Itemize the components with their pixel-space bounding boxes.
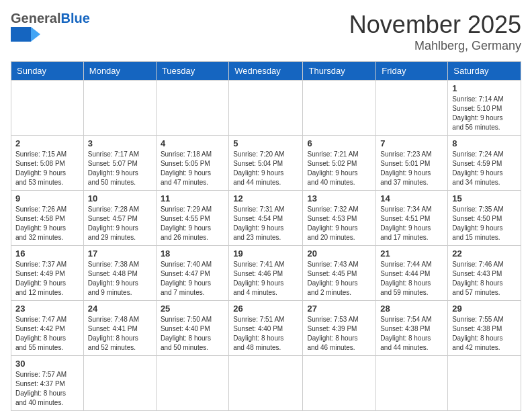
table-row: 6Sunrise: 7:21 AM Sunset: 5:02 PM Daylig… — [303, 136, 376, 191]
calendar-week-row: 9Sunrise: 7:26 AM Sunset: 4:58 PM Daylig… — [11, 191, 521, 246]
table-row: 17Sunrise: 7:38 AM Sunset: 4:48 PM Dayli… — [83, 246, 156, 301]
table-row: 2Sunrise: 7:15 AM Sunset: 5:08 PM Daylig… — [11, 136, 84, 191]
day-number: 3 — [88, 138, 152, 148]
table-row: 27Sunrise: 7:53 AM Sunset: 4:39 PM Dayli… — [303, 301, 376, 356]
day-number: 11 — [161, 193, 224, 203]
page-header: GeneralBlue November 2025 Mahlberg, Germ… — [11, 11, 521, 53]
calendar-week-row: 23Sunrise: 7:47 AM Sunset: 4:42 PM Dayli… — [11, 301, 521, 356]
day-number: 25 — [161, 304, 224, 314]
table-row — [376, 356, 448, 411]
table-row: 30Sunrise: 7:57 AM Sunset: 4:37 PM Dayli… — [11, 356, 84, 411]
table-row: 19Sunrise: 7:41 AM Sunset: 4:46 PM Dayli… — [229, 246, 303, 301]
day-info: Sunrise: 7:23 AM Sunset: 5:01 PM Dayligh… — [380, 150, 443, 187]
table-row: 29Sunrise: 7:55 AM Sunset: 4:38 PM Dayli… — [448, 301, 521, 356]
calendar-week-row: 30Sunrise: 7:57 AM Sunset: 4:37 PM Dayli… — [11, 356, 521, 411]
day-number: 6 — [307, 138, 371, 148]
table-row: 12Sunrise: 7:31 AM Sunset: 4:54 PM Dayli… — [229, 191, 303, 246]
table-row — [156, 81, 228, 136]
calendar-header-row: Sunday Monday Tuesday Wednesday Thursday… — [11, 62, 521, 81]
day-number: 19 — [233, 248, 298, 259]
table-row: 10Sunrise: 7:28 AM Sunset: 4:57 PM Dayli… — [83, 191, 156, 246]
table-row — [303, 81, 376, 136]
day-number: 27 — [307, 304, 371, 314]
day-number: 23 — [15, 304, 79, 314]
table-row: 21Sunrise: 7:44 AM Sunset: 4:44 PM Dayli… — [376, 246, 448, 301]
table-row: 13Sunrise: 7:32 AM Sunset: 4:53 PM Dayli… — [303, 191, 376, 246]
day-number: 30 — [15, 359, 79, 369]
day-info: Sunrise: 7:20 AM Sunset: 5:04 PM Dayligh… — [233, 150, 298, 187]
table-row: 9Sunrise: 7:26 AM Sunset: 4:58 PM Daylig… — [11, 191, 84, 246]
day-number: 16 — [15, 248, 79, 259]
table-row — [229, 81, 303, 136]
day-number: 15 — [452, 193, 517, 203]
table-row: 16Sunrise: 7:37 AM Sunset: 4:49 PM Dayli… — [11, 246, 84, 301]
table-row: 22Sunrise: 7:46 AM Sunset: 4:43 PM Dayli… — [448, 246, 521, 301]
day-number: 7 — [380, 138, 443, 148]
col-thursday: Thursday — [303, 62, 376, 81]
table-row: 1Sunrise: 7:14 AM Sunset: 5:10 PM Daylig… — [448, 81, 521, 136]
day-number: 24 — [88, 304, 152, 314]
svg-rect-0 — [11, 27, 31, 42]
day-info: Sunrise: 7:44 AM Sunset: 4:44 PM Dayligh… — [380, 260, 443, 298]
table-row: 3Sunrise: 7:17 AM Sunset: 5:07 PM Daylig… — [83, 136, 156, 191]
col-saturday: Saturday — [448, 62, 521, 81]
day-number: 12 — [233, 193, 298, 203]
svg-marker-1 — [31, 27, 40, 42]
day-info: Sunrise: 7:57 AM Sunset: 4:37 PM Dayligh… — [15, 370, 79, 408]
title-area: November 2025 Mahlberg, Germany — [349, 11, 521, 53]
day-number: 20 — [307, 248, 371, 259]
day-info: Sunrise: 7:41 AM Sunset: 4:46 PM Dayligh… — [233, 260, 298, 298]
table-row: 28Sunrise: 7:54 AM Sunset: 4:38 PM Dayli… — [376, 301, 448, 356]
table-row — [229, 356, 303, 411]
calendar-week-row: 16Sunrise: 7:37 AM Sunset: 4:49 PM Dayli… — [11, 246, 521, 301]
day-info: Sunrise: 7:40 AM Sunset: 4:47 PM Dayligh… — [161, 260, 224, 298]
day-info: Sunrise: 7:43 AM Sunset: 4:45 PM Dayligh… — [307, 260, 371, 298]
day-info: Sunrise: 7:51 AM Sunset: 4:40 PM Dayligh… — [233, 315, 298, 353]
day-info: Sunrise: 7:21 AM Sunset: 5:02 PM Dayligh… — [307, 150, 371, 187]
day-info: Sunrise: 7:47 AM Sunset: 4:42 PM Dayligh… — [15, 315, 79, 353]
day-number: 5 — [233, 138, 298, 148]
table-row: 14Sunrise: 7:34 AM Sunset: 4:51 PM Dayli… — [376, 191, 448, 246]
table-row: 23Sunrise: 7:47 AM Sunset: 4:42 PM Dayli… — [11, 301, 84, 356]
day-info: Sunrise: 7:31 AM Sunset: 4:54 PM Dayligh… — [233, 205, 298, 242]
day-number: 8 — [452, 138, 517, 148]
day-number: 29 — [452, 304, 517, 314]
day-number: 21 — [380, 248, 443, 259]
day-info: Sunrise: 7:28 AM Sunset: 4:57 PM Dayligh… — [88, 205, 152, 242]
day-number: 9 — [15, 193, 79, 203]
sub-title: Mahlberg, Germany — [349, 39, 521, 53]
day-info: Sunrise: 7:50 AM Sunset: 4:40 PM Dayligh… — [161, 315, 224, 353]
table-row — [448, 356, 521, 411]
day-info: Sunrise: 7:37 AM Sunset: 4:49 PM Dayligh… — [15, 260, 79, 298]
table-row: 25Sunrise: 7:50 AM Sunset: 4:40 PM Dayli… — [156, 301, 228, 356]
day-number: 2 — [15, 138, 79, 148]
logo-blue-text: Blue — [60, 11, 89, 26]
day-number: 17 — [88, 248, 152, 259]
logo: GeneralBlue — [11, 11, 90, 42]
day-number: 4 — [161, 138, 224, 148]
day-info: Sunrise: 7:53 AM Sunset: 4:39 PM Dayligh… — [307, 315, 371, 353]
col-monday: Monday — [83, 62, 156, 81]
col-sunday: Sunday — [11, 62, 84, 81]
table-row: 7Sunrise: 7:23 AM Sunset: 5:01 PM Daylig… — [376, 136, 448, 191]
day-info: Sunrise: 7:54 AM Sunset: 4:38 PM Dayligh… — [380, 315, 443, 353]
day-info: Sunrise: 7:14 AM Sunset: 5:10 PM Dayligh… — [452, 95, 517, 132]
day-info: Sunrise: 7:55 AM Sunset: 4:38 PM Dayligh… — [452, 315, 517, 353]
logo-general-text: General — [11, 11, 60, 26]
day-info: Sunrise: 7:29 AM Sunset: 4:55 PM Dayligh… — [161, 205, 224, 242]
table-row: 18Sunrise: 7:40 AM Sunset: 4:47 PM Dayli… — [156, 246, 228, 301]
table-row — [83, 81, 156, 136]
col-friday: Friday — [376, 62, 448, 81]
day-number: 13 — [307, 193, 371, 203]
day-info: Sunrise: 7:48 AM Sunset: 4:41 PM Dayligh… — [88, 315, 152, 353]
table-row: 15Sunrise: 7:35 AM Sunset: 4:50 PM Dayli… — [448, 191, 521, 246]
table-row — [376, 81, 448, 136]
day-info: Sunrise: 7:46 AM Sunset: 4:43 PM Dayligh… — [452, 260, 517, 298]
table-row: 11Sunrise: 7:29 AM Sunset: 4:55 PM Dayli… — [156, 191, 228, 246]
table-row: 5Sunrise: 7:20 AM Sunset: 5:04 PM Daylig… — [229, 136, 303, 191]
table-row: 4Sunrise: 7:18 AM Sunset: 5:05 PM Daylig… — [156, 136, 228, 191]
col-wednesday: Wednesday — [229, 62, 303, 81]
day-info: Sunrise: 7:32 AM Sunset: 4:53 PM Dayligh… — [307, 205, 371, 242]
table-row: 8Sunrise: 7:24 AM Sunset: 4:59 PM Daylig… — [448, 136, 521, 191]
day-info: Sunrise: 7:38 AM Sunset: 4:48 PM Dayligh… — [88, 260, 152, 298]
